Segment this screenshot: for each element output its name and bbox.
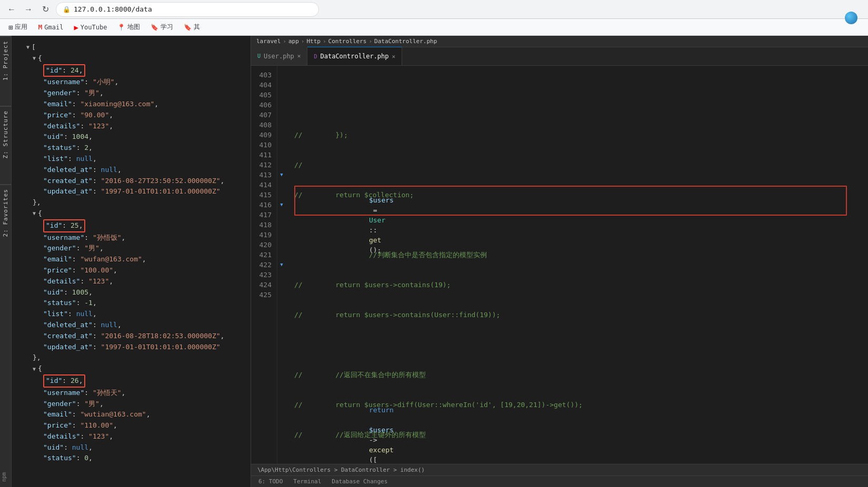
back-button[interactable]: ←: [5, 3, 18, 16]
bc-sep2: ›: [301, 38, 305, 45]
gmail-icon: M: [38, 23, 42, 31]
refresh-button[interactable]: ↻: [39, 3, 52, 16]
list-item: "details": "123",: [22, 431, 251, 442]
list-item: "created_at": "2016-08-28T18:02:53.00000…: [22, 331, 251, 342]
code-area: 403 404 405 406 407 408 409 410 411 412 …: [251, 66, 868, 464]
code-line-408: // return $users->contains(19);: [286, 280, 868, 290]
list-item: "gender": "男",: [22, 243, 251, 254]
list-item: ▼ {: [22, 363, 251, 374]
list-item: "gender": "男",: [22, 88, 251, 99]
item1-toggle[interactable]: ▼: [33, 54, 36, 63]
list-item: "updated_at": "1997-01-01T01:01:01.00000…: [22, 342, 251, 353]
tab-bar: U User.php ✕ D DataController.php ✕: [251, 47, 868, 66]
bottom-tabs: 6: TODO Terminal Database Changes: [251, 475, 868, 487]
line-num-416: 416: [251, 200, 277, 210]
bookmark-other[interactable]: 🔖 其: [179, 22, 204, 33]
php-file-icon: U: [257, 53, 261, 59]
code-line-414: return $users -> except ([ 19 , 20 , 21 …: [286, 460, 868, 464]
bookmark-youtube[interactable]: ▶ YouTube: [69, 22, 111, 33]
code-line-406: $users = User :: get ();: [286, 220, 868, 230]
list-item: "uid": 1004,: [22, 131, 251, 143]
status-path-bar: \App\Http\Controllers > DataController >…: [251, 464, 868, 475]
bc-app: app: [288, 38, 299, 45]
tab-dc-close[interactable]: ✕: [392, 53, 396, 60]
status-path: \App\Http\Controllers > DataController >…: [257, 466, 425, 473]
line-num-420: 420: [251, 240, 277, 250]
json-panel: ▼ [ ▼ { "id": 24, "username": "小明", "gen…: [12, 36, 251, 487]
line-num-406: 406: [251, 100, 277, 110]
list-item: "uid": 1005,: [22, 287, 251, 298]
line-num-409: 409: [251, 130, 277, 140]
list-item: "username": "孙悟饭",: [22, 232, 251, 244]
list-item: "email": "xiaoming@163.com",: [22, 99, 251, 110]
php-dc-icon: D: [314, 54, 317, 59]
tab-user-close[interactable]: ✕: [297, 53, 301, 59]
other-label: 其: [194, 23, 200, 32]
list-item: "details": "123",: [22, 276, 251, 287]
root-toggle[interactable]: ▼: [26, 43, 29, 52]
list-item: "email": "wufan@163.com",: [22, 254, 251, 265]
bc-sep1: ›: [283, 38, 286, 45]
line-num-407: 407: [251, 110, 277, 120]
code-line-410: [286, 340, 868, 350]
apps-label: 应用: [15, 23, 27, 32]
line-num-404: 404: [251, 80, 277, 90]
line-num-422: 422: [251, 260, 277, 270]
list-item: "id": 25,: [22, 219, 251, 232]
code-line-404: //: [286, 160, 868, 170]
item3-toggle[interactable]: ▼: [33, 365, 36, 373]
code-content: // }); // // return $collection; $users …: [286, 66, 868, 464]
line-num-405: 405: [251, 90, 277, 100]
bottom-tab-db[interactable]: Database Changes: [330, 477, 390, 486]
bc-sep3: ›: [323, 38, 326, 45]
vertical-tabs: 1: Project Z: Structure 2: Favorites npm: [0, 36, 12, 487]
line-num-425: 425: [251, 290, 277, 300]
tab-datacontroller-php[interactable]: D DataController.php ✕: [307, 47, 402, 65]
bc-sep4: ›: [368, 38, 372, 45]
list-item: "gender": "男",: [22, 399, 251, 410]
list-item: "status": 2,: [22, 143, 251, 154]
bookmark-gmail[interactable]: M Gmail: [34, 22, 67, 32]
bottom-tab-todo[interactable]: 6: TODO: [256, 477, 285, 486]
item2-toggle[interactable]: ▼: [33, 209, 36, 218]
code-line-403: // });: [286, 130, 868, 140]
address-bar[interactable]: 🔒 127.0.0.1:8000/data: [56, 2, 319, 17]
bc-http: Http: [306, 38, 321, 45]
forward-button[interactable]: →: [22, 3, 35, 16]
list-item: "created_at": "2016-08-27T23:50:52.00000…: [22, 176, 251, 187]
code-line-409: // return $users->contains(User::find(19…: [286, 310, 868, 320]
line-num-413: 413: [251, 170, 277, 180]
line-num-419: 419: [251, 230, 277, 240]
maps-label: 地图: [127, 23, 140, 32]
line-num-421: 421: [251, 250, 277, 260]
bc-laravel: laravel: [256, 38, 281, 45]
breadcrumb: laravel › app › Http › Controllers › Dat…: [251, 36, 868, 47]
line-num-415: 415: [251, 190, 277, 200]
list-item: "updated_at": "1997-01-01T01:01:01.00000…: [22, 186, 251, 197]
browser-bar: ← → ↻ 🔒 127.0.0.1:8000/data: [0, 0, 868, 19]
list-item: "email": "wutian@163.com",: [22, 409, 251, 420]
chrome-settings-icon: [845, 12, 857, 24]
bookmark-bar: ⊞ 应用 M Gmail ▶ YouTube 📍 地图 🔖 学习 🔖 其: [0, 19, 868, 36]
maps-icon: 📍: [117, 24, 125, 31]
url-text: 127.0.0.1:8000/data: [74, 5, 152, 13]
structure-tab[interactable]: Z: Structure: [0, 106, 11, 163]
main-container: 1: Project Z: Structure 2: Favorites npm…: [0, 36, 868, 487]
line-num-417: 417: [251, 210, 277, 220]
list-item: "username": "小明",: [22, 77, 251, 88]
study-icon: 🔖: [151, 24, 158, 31]
favorites-tab[interactable]: 2: Favorites: [0, 184, 11, 241]
lock-icon: 🔒: [63, 6, 71, 13]
line-num-411: 411: [251, 150, 277, 160]
list-item: "list": null,: [22, 309, 251, 320]
line-num-424: 424: [251, 280, 277, 290]
bookmark-study[interactable]: 🔖 学习: [146, 22, 177, 33]
bottom-tab-terminal[interactable]: Terminal: [291, 477, 323, 486]
code-line-407: //判断集合中是否包含指定的模型实例: [286, 250, 868, 260]
tab-user-php[interactable]: U User.php ✕: [251, 47, 307, 65]
project-tab[interactable]: 1: Project: [0, 36, 11, 85]
list-item: "price": "100.00",: [22, 265, 251, 276]
line-num-410: 410: [251, 140, 277, 150]
bookmark-apps[interactable]: ⊞ 应用: [4, 22, 32, 33]
bookmark-maps[interactable]: 📍 地图: [113, 22, 144, 33]
